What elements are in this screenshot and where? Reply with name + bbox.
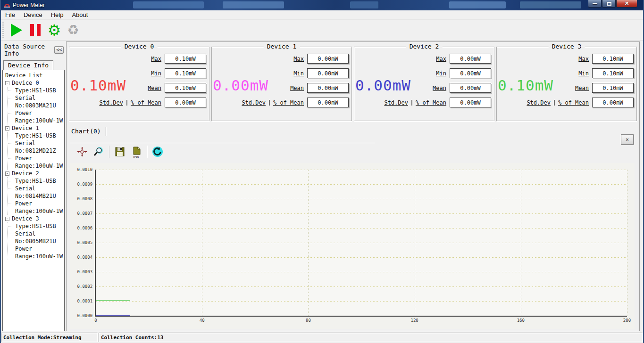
power-readout: 0.00mW	[355, 54, 411, 117]
tab-device-info[interactable]: Device Info	[3, 60, 53, 70]
stddev-field: 0.00mW	[307, 98, 349, 107]
app-icon	[4, 2, 10, 8]
tree-children: Type:HS1-USB Serial No:0803MA21U Power R…	[8, 87, 63, 124]
tree-item-serial[interactable]: Serial No:0812MD21Z	[8, 139, 63, 155]
tree-item-serial[interactable]: Serial No:0803MA21U	[8, 94, 63, 109]
mean-field: 0.00mW	[307, 83, 349, 93]
maximize-button[interactable]	[602, 0, 616, 8]
power-readout: 0.10mW	[70, 54, 126, 117]
v-gridline	[521, 170, 521, 316]
h-gridline	[96, 184, 627, 185]
gear-icon: ⚙	[48, 23, 61, 38]
panel-title: Device 1	[264, 43, 300, 50]
minimize-button[interactable]	[588, 0, 602, 8]
zoom-button[interactable]	[92, 146, 105, 158]
recycle-button[interactable]: ♻	[64, 21, 83, 39]
mean-field: 0.10mW	[165, 83, 206, 93]
tree-node-device-3[interactable]: - Device 3	[5, 215, 63, 222]
pause-icon	[30, 24, 41, 36]
tree-item-type[interactable]: Type:HS1-USB	[8, 177, 63, 185]
chart-close-button[interactable]: ×	[621, 134, 634, 145]
menu-help[interactable]: Help	[47, 11, 68, 19]
menu-file[interactable]: File	[1, 11, 19, 19]
tree-item-type[interactable]: Type:HS1-USB	[8, 222, 63, 230]
device-panels-row: Device 0 0.10mW Max0.10mW Min0.10mW Mean…	[67, 42, 639, 122]
menu-about[interactable]: About	[67, 11, 92, 19]
collapse-box-icon[interactable]: -	[5, 81, 9, 85]
sidebar-collapse-button[interactable]: <<	[54, 46, 64, 54]
glass-reflection	[223, 1, 284, 8]
status-collection-counts: Collection Counts:13	[99, 333, 643, 342]
open-chart-button[interactable]: OPEN	[130, 146, 142, 158]
pct-of-mean-label: % of Mean	[416, 99, 446, 106]
tree-item-type[interactable]: Type:HS1-USB	[8, 132, 63, 139]
tree-item-range[interactable]: Power Range:100uW-1W	[8, 245, 63, 260]
device-0-panel: Device 0 0.10mW Max0.10mW Min0.10mW Mean…	[69, 47, 209, 121]
title-bar: Power Meter ✕	[1, 0, 643, 10]
sidebar: Data Source Info << Device Info Device L…	[1, 41, 66, 332]
tree-node-device-2[interactable]: - Device 2	[5, 170, 63, 177]
max-field: 0.00mW	[450, 54, 491, 64]
h-gridline	[96, 170, 627, 170]
v-gridline	[415, 170, 415, 316]
stddev-field: 0.00mW	[165, 98, 206, 107]
main-toolbar: ⚙ ♻	[1, 20, 643, 41]
pct-of-mean-checkbox[interactable]	[411, 100, 412, 106]
reset-view-button[interactable]	[151, 146, 164, 158]
save-chart-button[interactable]	[114, 146, 126, 158]
tree-node-device-0[interactable]: - Device 0	[5, 79, 63, 87]
pct-of-mean-checkbox[interactable]	[126, 100, 127, 106]
pct-of-mean-label: % of Mean	[273, 99, 304, 106]
min-field: 0.00mW	[450, 68, 491, 78]
h-gridline	[96, 257, 627, 258]
sidebar-title: Data Source Info	[4, 43, 54, 57]
pause-button[interactable]	[26, 21, 45, 39]
menu-device[interactable]: Device	[19, 11, 47, 19]
pct-of-mean-checkbox[interactable]	[554, 100, 555, 106]
tree-node-device-1[interactable]: - Device 1	[5, 124, 63, 132]
toolbar-gripper	[2, 22, 4, 39]
y-tick-label: 0.0009	[77, 182, 93, 187]
stddev-label: Std.Dev	[527, 99, 551, 106]
chart-toolbar: OPEN	[70, 143, 635, 160]
tree-item-range[interactable]: Power Range:100uW-1W	[8, 155, 63, 170]
stddev-field: 0.00mW	[450, 98, 491, 107]
chart-canvas[interactable]: 0.00000.00010.00020.00030.00040.00050.00…	[70, 163, 635, 329]
pct-of-mean-label: % of Mean	[558, 99, 589, 106]
settings-button[interactable]: ⚙	[45, 21, 64, 39]
device-1-panel: Device 1 0.00mW Max0.00mW Min0.00mW Mean…	[211, 47, 352, 121]
y-tick-label: 0.0000	[77, 313, 93, 318]
x-tick-label: 120	[410, 318, 418, 323]
max-label: Max	[436, 56, 446, 62]
mean-label: Mean	[575, 85, 589, 91]
start-button[interactable]	[7, 21, 26, 39]
panel-title: Device 3	[549, 43, 585, 50]
series-line-device-2	[96, 315, 130, 316]
tree-root[interactable]: Device List	[5, 72, 63, 79]
glass-reflection	[350, 1, 378, 8]
tree-item-serial[interactable]: Serial No:0805MB21U	[8, 230, 63, 245]
collapse-box-icon[interactable]: -	[5, 217, 9, 221]
pct-of-mean-checkbox[interactable]	[269, 100, 270, 106]
tree-item-type[interactable]: Type:HS1-USB	[8, 87, 63, 94]
close-button[interactable]: ✕	[616, 0, 637, 8]
minimize-icon	[593, 3, 597, 4]
plot-area[interactable]: 0.00000.00010.00020.00030.00040.00050.00…	[95, 170, 627, 317]
collapse-box-icon[interactable]: -	[5, 126, 9, 131]
y-tick-label: 0.0007	[77, 211, 93, 216]
mean-label: Mean	[290, 85, 304, 91]
x-tick-label: 80	[306, 318, 311, 323]
tab-chart-0[interactable]: Chart(0)	[70, 127, 105, 136]
cursor-tracking-button[interactable]	[76, 146, 88, 158]
collapse-box-icon[interactable]: -	[5, 172, 9, 176]
stddev-label: Std.Dev	[99, 99, 123, 106]
tree-item-range[interactable]: Power Range:100uW-1W	[8, 109, 63, 124]
undo-arrow-icon	[151, 146, 164, 158]
magnifier-icon	[93, 146, 104, 157]
h-gridline	[96, 243, 627, 243]
tree-item-range[interactable]: Power Range:100uW-1W	[8, 200, 63, 215]
play-icon	[11, 24, 22, 37]
tree-item-serial[interactable]: Serial No:0814MB21U	[8, 185, 63, 200]
device-2-panel: Device 2 0.00mW Max0.00mW Min0.00mW Mean…	[354, 47, 494, 121]
x-tick-label: 160	[517, 318, 525, 323]
